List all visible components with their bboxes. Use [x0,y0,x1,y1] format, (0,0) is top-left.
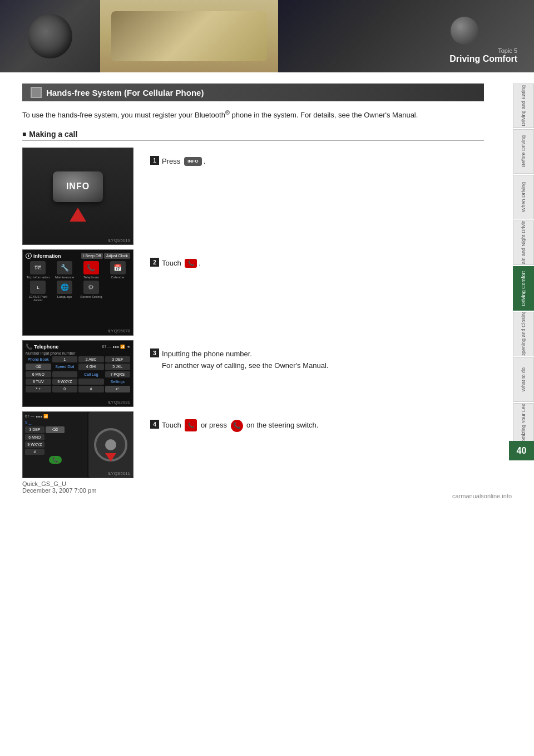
phone-call-inline-icon: 📞 [185,419,197,431]
section-title: Hands-free System (For Cellular Phone) [46,88,204,97]
maintenance-icon: 🔧 [57,261,72,274]
telephone-scene: 📞 Telephone 67 — ∎∎∎ 📶 ◄ Number Input ph… [23,341,133,406]
tel-signal: 67 — ∎∎∎ 📶 ◄ [102,345,131,349]
step3-number: 3 [150,348,159,357]
trip-label: Trip information [27,276,50,279]
calendar-label: Calendar [111,276,124,279]
tab-label-driving-comfort: Driving Comfort [521,271,527,306]
step4-image: 67 — ∎∎∎ 📶 9 _ 3 DEF ⌫ 6 MNO 9 WXYZ [22,411,134,478]
sidebar-tab-driving-eating[interactable]: Driving and Eating [513,84,534,128]
menu-title: i Information [26,253,61,259]
step2-image: i Information l Beep Off Adjust Clock 🗺 … [22,249,134,336]
menu-grid: 🗺 Trip information 🔧 Maintenance 📞 Telep… [26,261,130,302]
key-settings: Settings [105,379,131,385]
watermark-text: carmanualsonline.info [452,493,512,499]
menu-header: i Information l Beep Off Adjust Clock [26,253,130,259]
step2-text: Touch 📞. [162,258,201,269]
lexus-label: LEXUS Park Assist [26,295,51,302]
tel-screen-title: Telephone [34,344,58,350]
menu-buttons: l Beep Off Adjust Clock [81,253,130,259]
steps-container: INFO ILYQS5019 i Information l Beep Off [22,148,484,483]
menu-item-maintenance: 🔧 Maintenance [52,261,77,279]
tab-label-when-driving: When Driving [521,182,527,212]
tab-label-opening-closing: Opening and Closing [521,312,527,356]
making-call-label: Making a call [29,130,77,139]
step4-number: 4 [150,420,159,429]
menu-item-lexus: L LEXUS Park Assist [26,281,51,302]
doc-id: Quick_GS_G_U [22,480,96,487]
trip-icon: 🗺 [30,261,46,274]
key-enter: ↵ [105,386,131,392]
header-banner: Topic 5 Driving Comfort [0,0,534,72]
calendar-icon: 📅 [110,261,126,274]
topic-label: Topic 5 [449,47,517,54]
key-4ghi: 4 GHI [78,364,104,370]
key-9wxyz: 9 WXYZ [52,379,78,385]
watermark: carmanualsonline.info [452,493,512,499]
telephone-label: Telephone [83,276,99,279]
step4-scene: 67 — ∎∎∎ 📶 9 _ 3 DEF ⌫ 6 MNO 9 WXYZ [23,412,133,478]
telephone-icon-selected: 📞 [83,261,99,274]
maintenance-label: Maintenance [55,276,74,279]
sidebar-tab-opening-closing[interactable]: Opening and Closing [513,312,534,356]
section-icon [31,87,42,98]
telephone-nav-icon: 📞 [26,343,32,350]
tab-label-rain-night: Rain and Night Driving [521,220,527,265]
image-code-4: ILYQS5011 [107,471,130,476]
key-8tuv: 8 TUV [26,379,51,385]
key-star: * + [26,386,51,392]
step1-text: Press INFO. [162,156,205,168]
header-topic: Topic 5 Driving Comfort [449,47,517,64]
page-number: 40 [509,441,534,460]
step3-text: Inputting the phone number. For another … [162,348,328,372]
key-1: 1 [52,356,78,362]
step4-phone-screen: 67 — ∎∎∎ 📶 9 _ 3 DEF ⌫ 6 MNO 9 WXYZ [23,412,87,478]
footer: Quick_GS_G_U December 3, 2007 7:00 pm [22,480,96,494]
image-code-1: ILYQS5019 [107,238,130,243]
section-title-bar: Hands-free System (For Cellular Phone) [22,84,484,101]
steps-descriptions: 1 Press INFO. 2 Touch 📞. 3 Inputting the… [145,148,484,483]
key-call-log: Call Log [78,371,104,377]
key-empty1 [52,371,78,377]
tel-header: 📞 Telephone 67 — ∎∎∎ 📶 ◄ [26,343,130,350]
step4-text: Touch 📞 or press 📞 on the steering switc… [162,420,318,432]
menu-item-trip: 🗺 Trip information [26,261,51,279]
steps-images: INFO ILYQS5019 i Information l Beep Off [22,148,134,483]
sidebar-tab-when-driving[interactable]: When Driving [513,175,534,219]
step1-number: 1 [150,156,159,165]
language-label: Language [57,295,72,298]
key-7pqrs: 7 PQRS [105,371,131,377]
sidebar-tab-driving-comfort[interactable]: Driving Comfort [513,266,534,311]
key-6mno: 6 MNO [26,371,51,377]
tel-keypad: Phone Book 1 2 ABC 3 DEF ⌫ Speed Dial 4 … [26,356,130,392]
step2-number: 2 [150,258,159,267]
screen-label: Screen Setting [80,295,102,298]
step4-steering-wheel [88,412,133,478]
step1-description: 1 Press INFO. [145,148,484,249]
sidebar-tabs: Driving and Eating Before Driving When D… [513,84,534,448]
steering-center [105,439,116,450]
step2-description: 2 Touch 📞. [145,249,484,340]
key-0: 0 [52,386,78,392]
main-content: Driving and Eating Before Driving When D… [0,72,534,505]
beep-off-btn: l Beep Off [81,253,103,259]
key-2abc: 2 ABC [78,356,104,362]
menu-title-label: Information [33,253,61,259]
sidebar-tab-rain-night[interactable]: Rain and Night Driving [513,220,534,265]
info-button: INFO [53,171,103,202]
menu-item-language: 🌐 Language [52,281,77,302]
menu-item-calendar: 📅 Calendar [105,261,130,279]
key-empty2 [78,379,104,385]
key-3def: 3 DEF [105,356,131,362]
making-call-header: Making a call [22,130,484,141]
sidebar-tab-what-to-do[interactable]: What to do [513,357,534,402]
language-icon: 🌐 [57,281,72,294]
tab-label-driving-eating: Driving and Eating [521,85,527,126]
banner-image-1 [0,0,100,72]
sidebar-tab-before-driving[interactable]: Before Driving [513,129,534,174]
info-button-inline-icon: INFO [184,157,202,166]
key-hash: # [78,386,104,392]
image-code-2: ILYQS5070 [107,328,130,333]
tab-label-before-driving: Before Driving [521,135,527,167]
menu-item-telephone: 📞 Telephone [79,261,104,279]
